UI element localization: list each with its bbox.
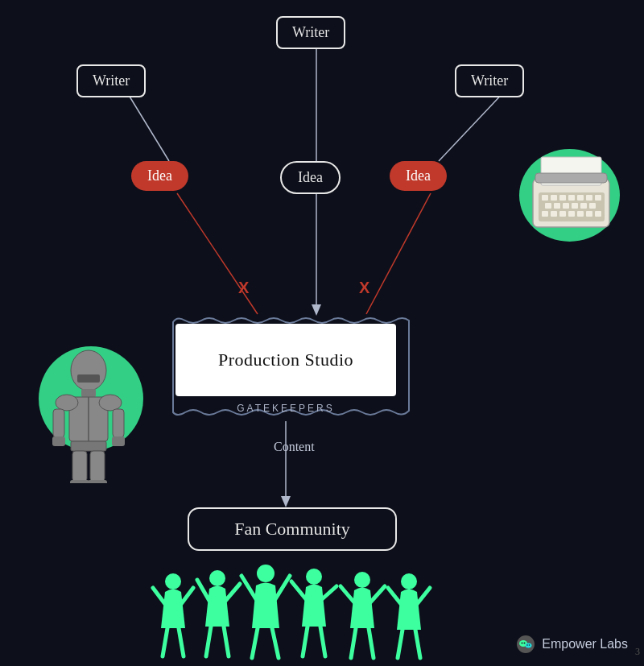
svg-line-32 [225, 584, 240, 601]
empower-labs-label: Empower Labs [542, 637, 628, 652]
crowd-svg [121, 564, 459, 660]
writer-left: Writer [76, 64, 146, 97]
svg-rect-23 [70, 480, 89, 483]
svg-line-6 [366, 193, 431, 314]
svg-line-36 [242, 576, 256, 599]
svg-rect-22 [90, 451, 105, 482]
svg-line-43 [303, 627, 308, 656]
svg-line-34 [224, 627, 229, 656]
x-mark-right: X [359, 279, 369, 297]
svg-line-52 [417, 588, 430, 604]
typewriter-svg [521, 151, 621, 241]
svg-rect-57 [535, 173, 607, 183]
svg-line-46 [341, 586, 354, 602]
svg-line-3 [125, 89, 169, 161]
svg-point-83 [526, 643, 532, 648]
svg-point-45 [354, 572, 370, 588]
svg-rect-74 [559, 211, 566, 217]
svg-line-42 [322, 586, 336, 599]
svg-line-28 [163, 628, 167, 656]
svg-rect-10 [77, 374, 100, 383]
svg-rect-68 [563, 203, 569, 209]
svg-line-38 [252, 628, 258, 658]
svg-line-31 [197, 580, 209, 601]
knight-figure [31, 322, 147, 483]
svg-rect-73 [551, 211, 557, 217]
content-label: Content [274, 440, 315, 454]
svg-point-15 [99, 395, 122, 411]
svg-rect-21 [72, 451, 87, 482]
svg-rect-24 [88, 480, 107, 483]
svg-rect-72 [542, 211, 548, 217]
production-studio: Production Studio GATEKEEPERS [161, 314, 411, 419]
idea-right: Idea [390, 161, 447, 191]
idea-left: Idea [131, 161, 188, 191]
svg-rect-65 [595, 195, 601, 201]
svg-rect-67 [554, 203, 560, 209]
svg-point-81 [522, 643, 523, 644]
diagram: Writer Writer Writer Idea Idea Idea X X [0, 0, 644, 666]
svg-line-54 [415, 630, 420, 658]
svg-point-85 [529, 644, 530, 646]
fan-community-box: Fan Community [188, 507, 397, 551]
writer-top: Writer [276, 16, 345, 49]
svg-line-49 [369, 628, 374, 658]
svg-point-35 [257, 565, 275, 582]
svg-line-27 [181, 588, 193, 604]
svg-point-30 [209, 570, 225, 586]
idea-center: Idea [280, 161, 341, 194]
svg-rect-63 [577, 195, 584, 201]
typewriter-area [519, 149, 624, 246]
svg-rect-61 [559, 195, 566, 201]
production-inner: Production Studio [175, 324, 396, 396]
svg-rect-78 [595, 211, 601, 217]
svg-point-84 [526, 644, 528, 646]
gatekeepers-label: GATEKEEPERS [161, 403, 411, 414]
svg-rect-16 [53, 409, 64, 437]
page-number: 3 [635, 646, 640, 658]
writer-right: Writer [455, 64, 524, 97]
svg-rect-59 [542, 195, 548, 201]
svg-point-40 [306, 569, 322, 585]
x-mark-left: X [238, 279, 249, 297]
svg-point-14 [56, 395, 78, 411]
svg-line-39 [272, 628, 279, 658]
svg-rect-11 [81, 389, 96, 397]
svg-rect-60 [551, 195, 557, 201]
svg-line-5 [439, 89, 507, 161]
svg-point-9 [71, 350, 106, 391]
wechat-icon [516, 635, 535, 654]
svg-point-82 [524, 643, 526, 644]
svg-rect-62 [568, 195, 575, 201]
svg-line-44 [320, 627, 325, 656]
svg-line-48 [351, 628, 356, 658]
knight-area [31, 322, 147, 483]
svg-rect-75 [568, 211, 575, 217]
svg-rect-66 [545, 203, 551, 209]
svg-line-29 [179, 628, 184, 656]
svg-marker-8 [281, 496, 291, 507]
svg-rect-70 [580, 203, 587, 209]
svg-line-26 [153, 588, 165, 604]
svg-line-37 [275, 576, 290, 599]
empower-labs-branding: Empower Labs [516, 635, 628, 654]
crowd-area [121, 564, 459, 660]
svg-rect-71 [589, 203, 596, 209]
svg-rect-64 [586, 195, 592, 201]
svg-rect-76 [577, 211, 584, 217]
svg-line-47 [370, 586, 385, 602]
svg-rect-19 [112, 436, 125, 446]
svg-rect-69 [572, 203, 578, 209]
svg-rect-20 [71, 441, 106, 451]
svg-rect-17 [113, 409, 124, 437]
production-studio-label: Production Studio [218, 350, 353, 370]
svg-rect-18 [52, 436, 65, 446]
svg-point-50 [401, 573, 417, 589]
svg-rect-77 [586, 211, 592, 217]
svg-line-53 [398, 630, 402, 658]
svg-line-51 [388, 588, 401, 604]
svg-line-41 [291, 581, 306, 599]
svg-line-33 [206, 627, 211, 656]
svg-point-25 [165, 573, 181, 589]
